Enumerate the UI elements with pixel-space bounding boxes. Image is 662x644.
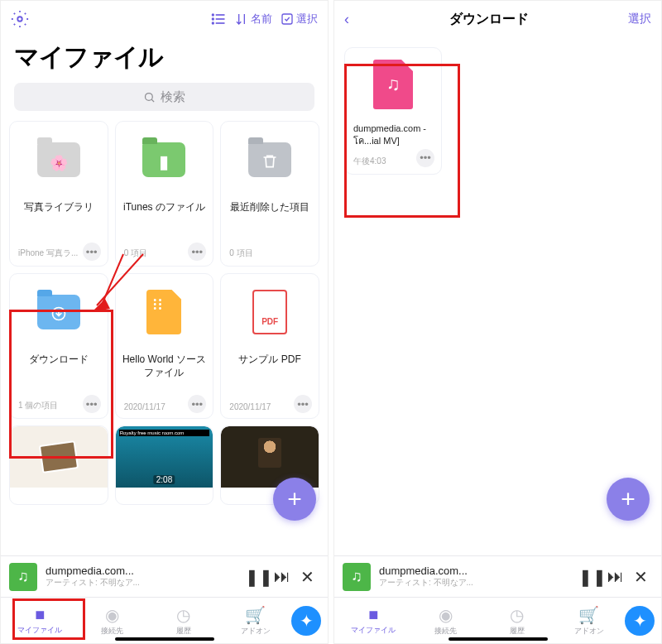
tab-history[interactable]: ◷ 履歴 [482, 605, 554, 637]
svg-point-5 [213, 18, 214, 20]
svg-point-0 [17, 17, 22, 22]
svg-rect-7 [282, 14, 292, 24]
more-icon[interactable]: ••• [83, 395, 101, 413]
sort-label: 名前 [251, 12, 272, 26]
more-icon[interactable]: ••• [188, 243, 206, 261]
pause-icon[interactable]: ❚❚ [578, 567, 603, 587]
card-photos-library[interactable]: 🌸 写真ライブラリ iPhone 写真ラ... ••• [9, 121, 108, 267]
music-artwork-icon: ♫ [9, 563, 37, 591]
view-list-icon[interactable] [210, 11, 227, 27]
download-item[interactable]: ♫ dumpmedia.com - โค...ial MV] 午後4:03 ••… [344, 47, 442, 175]
tab-connect[interactable]: ◉ 接続先 [410, 605, 482, 637]
music-artwork-icon: ♫ [343, 563, 371, 591]
add-button[interactable]: + [273, 478, 316, 521]
video-thumbnail-icon: Royalty free music room.com 2:08 [116, 426, 213, 488]
tabbar: ■ マイファイル ◉ 接続先 ◷ 履歴 🛒 アドオン ✦ [1, 597, 328, 643]
history-icon: ◷ [510, 605, 524, 625]
card-image-1[interactable] [9, 425, 108, 505]
tab-my-files[interactable]: ■ マイファイル [338, 605, 410, 636]
pdf-file-icon: PDF [252, 290, 287, 334]
select-label: 選択 [296, 12, 318, 26]
zip-file-icon: • •• •• • [146, 290, 181, 334]
downloads-content: ♫ dumpmedia.com - โค...ial MV] 午後4:03 ••… [334, 37, 661, 555]
tab-addon[interactable]: 🛒 アドオン [219, 605, 291, 637]
more-icon[interactable]: ••• [188, 395, 206, 413]
nav-title: ダウンロード [349, 11, 628, 28]
more-icon[interactable]: ••• [294, 395, 312, 413]
itunes-folder-icon: ▮ [142, 142, 185, 177]
home-indicator [115, 637, 214, 641]
card-label: サンプル PDF [233, 353, 305, 380]
pause-icon[interactable]: ❚❚ [245, 567, 270, 587]
card-meta: 2020/11/17 [124, 402, 166, 411]
svg-point-8 [146, 93, 153, 100]
mini-player[interactable]: ♫ dumpmedia.com... アーティスト: 不明なア... ❚❚ ⏭ … [1, 555, 328, 597]
close-icon[interactable]: ✕ [628, 567, 653, 587]
svg-line-9 [151, 99, 154, 102]
image-thumbnail-icon [10, 426, 108, 488]
card-label: iTunes のファイル [118, 201, 210, 228]
search-icon [143, 91, 156, 103]
folder-icon: ■ [368, 605, 378, 624]
downloads-folder-icon [37, 295, 80, 329]
card-video-1[interactable]: Royalty free music room.com 2:08 [115, 425, 214, 505]
more-icon[interactable]: ••• [83, 243, 101, 261]
wifi-icon: ◉ [439, 605, 453, 625]
search-input[interactable]: 検索 [14, 83, 314, 111]
safari-button[interactable]: ✦ [291, 606, 321, 636]
tab-addon[interactable]: 🛒 アドオン [553, 605, 625, 637]
select-button[interactable]: 選択 [628, 12, 651, 26]
history-icon: ◷ [176, 605, 190, 625]
safari-button[interactable]: ✦ [625, 606, 655, 636]
screen-my-files: 名前 選択 マイファイル 検索 🌸 写真ライブラリ iPhone 写真ラ... … [0, 0, 329, 644]
svg-point-4 [213, 14, 214, 16]
page-title: マイファイル [1, 37, 328, 83]
card-meta: 1 個の項目 [18, 400, 58, 411]
search-placeholder: 検索 [161, 89, 185, 105]
card-itunes-files[interactable]: ▮ iTunes のファイル 0 項目 ••• [115, 121, 214, 267]
card-sample-pdf[interactable]: PDF サンプル PDF 2020/11/17 ••• [220, 273, 319, 419]
card-label: 最近削除した項目 [225, 201, 314, 228]
sort-button[interactable]: 名前 [235, 12, 272, 26]
cart-icon: 🛒 [578, 605, 599, 625]
wifi-icon: ◉ [105, 605, 119, 625]
card-meta: 0 項目 [229, 248, 252, 259]
topbar: 名前 選択 [1, 1, 328, 37]
card-hello-world[interactable]: • •• •• • Hello World ソースファイル 2020/11/17… [115, 273, 214, 419]
screen-downloads: ‹ ダウンロード 選択 ♫ dumpmedia.com - โค...ial M… [333, 0, 662, 644]
player-artist: アーティスト: 不明なア... [46, 577, 245, 589]
more-icon[interactable]: ••• [416, 149, 434, 167]
folder-icon: ■ [35, 605, 45, 624]
card-label: Hello World ソースファイル [116, 353, 213, 380]
music-file-icon: ♫ [373, 60, 413, 109]
mini-player[interactable]: ♫ dumpmedia.com... アーティスト: 不明なア... ❚❚ ⏭ … [334, 555, 661, 597]
settings-icon[interactable] [11, 10, 29, 28]
player-artist: アーティスト: 不明なア... [379, 577, 578, 589]
tab-connect[interactable]: ◉ 接続先 [76, 605, 148, 637]
home-indicator [449, 637, 548, 641]
trash-folder-icon [248, 142, 291, 177]
tabbar: ■ マイファイル ◉ 接続先 ◷ 履歴 🛒 アドオン ✦ [334, 597, 661, 643]
item-label: dumpmedia.com - โค...ial MV] [353, 123, 433, 147]
card-meta: 2020/11/17 [229, 402, 271, 411]
card-label: 写真ライブラリ [19, 201, 98, 228]
add-button[interactable]: + [607, 478, 650, 521]
navbar: ‹ ダウンロード 選択 [334, 1, 661, 37]
next-track-icon[interactable]: ⏭ [270, 567, 295, 586]
card-recently-deleted[interactable]: 最近削除した項目 0 項目 [220, 121, 319, 267]
player-title: dumpmedia.com... [379, 565, 578, 577]
photos-folder-icon: 🌸 [37, 142, 80, 177]
card-meta: iPhone 写真ラ... [18, 248, 78, 259]
close-icon[interactable]: ✕ [295, 567, 319, 587]
image-thumbnail-icon [221, 426, 319, 488]
card-downloads[interactable]: ダウンロード 1 個の項目 ••• [9, 273, 108, 419]
next-track-icon[interactable]: ⏭ [603, 567, 628, 586]
tab-my-files[interactable]: ■ マイファイル [4, 605, 76, 636]
cart-icon: 🛒 [245, 605, 266, 625]
svg-point-6 [213, 22, 214, 24]
select-button[interactable]: 選択 [281, 12, 318, 26]
card-meta: 0 項目 [124, 248, 147, 259]
card-label: ダウンロード [24, 353, 94, 380]
tab-history[interactable]: ◷ 履歴 [148, 605, 220, 637]
player-title: dumpmedia.com... [46, 565, 245, 577]
